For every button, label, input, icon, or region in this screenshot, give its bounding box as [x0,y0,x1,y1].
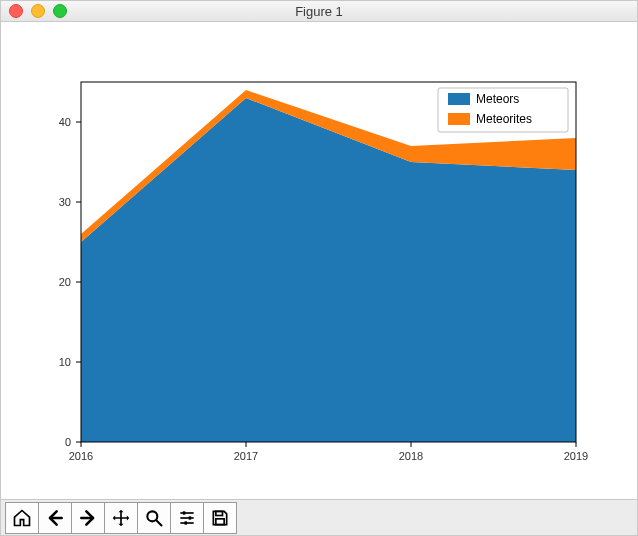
move-icon [111,508,131,528]
window-controls [9,4,67,18]
arrow-left-icon [45,508,65,528]
home-button[interactable] [5,502,39,534]
zoom-window-icon[interactable] [53,4,67,18]
svg-rect-5 [183,511,186,514]
legend-label: Meteorites [476,112,532,126]
close-icon[interactable] [9,4,23,18]
home-icon [12,508,32,528]
figure-window: Figure 1 2016201720182019010203040Meteor… [0,0,638,536]
y-tick-label: 0 [65,436,71,448]
x-tick-label: 2016 [69,450,93,462]
x-tick-label: 2019 [564,450,588,462]
y-tick-label: 30 [59,196,71,208]
sliders-icon [177,508,197,528]
configure-button[interactable] [170,502,204,534]
y-tick-label: 40 [59,116,71,128]
magnify-icon [144,508,164,528]
save-button[interactable] [203,502,237,534]
legend-swatch [448,93,470,105]
legend-label: Meteors [476,92,519,106]
forward-button[interactable] [71,502,105,534]
svg-rect-8 [216,511,223,515]
back-button[interactable] [38,502,72,534]
figure-canvas: 2016201720182019010203040MeteorsMeteorit… [1,22,637,499]
x-tick-label: 2017 [234,450,258,462]
legend-swatch [448,113,470,125]
mpl-toolbar [1,499,637,535]
save-icon [210,508,230,528]
window-title: Figure 1 [1,4,637,19]
svg-rect-6 [189,516,192,519]
y-tick-label: 20 [59,276,71,288]
minimize-icon[interactable] [31,4,45,18]
chart-svg: 2016201720182019010203040MeteorsMeteorit… [1,22,637,496]
legend: MeteorsMeteorites [438,88,568,132]
zoom-button[interactable] [137,502,171,534]
arrow-right-icon [78,508,98,528]
y-tick-label: 10 [59,356,71,368]
pan-button[interactable] [104,502,138,534]
svg-rect-7 [185,521,188,524]
x-tick-label: 2018 [399,450,423,462]
titlebar: Figure 1 [1,1,637,22]
svg-rect-9 [216,518,224,524]
